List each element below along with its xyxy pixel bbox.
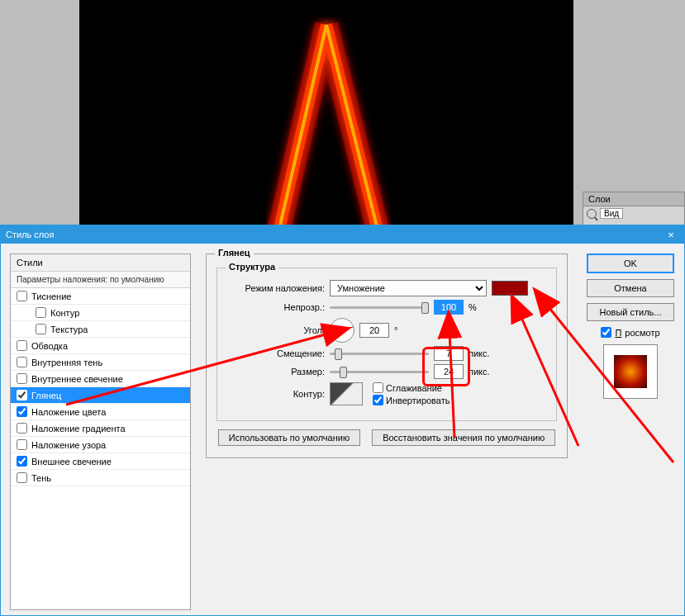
style-item-11[interactable]: Тень — [11, 470, 190, 486]
style-checkbox[interactable] — [17, 472, 27, 483]
structure-group: Структура Режим наложения: Умножение Неп… — [216, 268, 557, 421]
size-slider[interactable] — [330, 371, 429, 373]
style-checkbox[interactable] — [17, 456, 27, 467]
style-item-1[interactable]: Контур — [11, 305, 190, 321]
style-item-10[interactable]: Внешнее свечение — [11, 453, 190, 470]
distance-input[interactable] — [434, 346, 464, 361]
dialog-title: Стиль слоя — [6, 230, 54, 239]
style-label: Глянец — [31, 391, 61, 400]
structure-title: Структура — [226, 262, 278, 272]
document-canvas — [79, 0, 573, 231]
style-checkbox[interactable] — [17, 357, 27, 367]
close-icon[interactable]: × — [663, 229, 679, 241]
style-label: Тень — [31, 473, 51, 483]
size-input[interactable] — [434, 364, 464, 379]
distance-label: Смещение: — [227, 348, 325, 358]
invert-checkbox — [373, 395, 383, 405]
make-default-button[interactable]: Использовать по умолчанию — [218, 429, 360, 446]
style-label: Наложение градиента — [31, 424, 126, 434]
dialog-buttons-panel: OK Отмена Новый стиль... Просмотр — [587, 254, 674, 399]
blend-mode-select[interactable]: Умножение — [330, 280, 487, 296]
cancel-button[interactable]: Отмена — [587, 279, 674, 297]
preview-checkbox-row[interactable]: Просмотр — [587, 327, 674, 338]
style-checkbox[interactable] — [36, 307, 46, 318]
satin-group-title: Глянец — [215, 248, 254, 258]
style-item-2[interactable]: Текстура — [11, 321, 190, 338]
style-label: Внешнее свечение — [31, 457, 112, 467]
angle-label: Угол: — [227, 325, 325, 335]
invert-checkbox-row[interactable]: Инвертировать — [373, 395, 450, 405]
dialog-titlebar: Стиль слоя × — [1, 225, 684, 244]
styles-subheader[interactable]: Параметры наложения: по умолчанию — [11, 272, 190, 288]
preview-checkbox — [601, 327, 611, 338]
style-checkbox[interactable] — [17, 423, 27, 434]
opacity-input[interactable] — [434, 300, 464, 315]
style-item-6[interactable]: Глянец — [11, 387, 190, 404]
layers-kind-select[interactable]: Вид — [600, 208, 623, 219]
style-checkbox[interactable] — [17, 390, 27, 400]
style-item-3[interactable]: Обводка — [11, 338, 190, 354]
style-label: Тиснение — [31, 291, 71, 301]
style-item-5[interactable]: Внутреннее свечение — [11, 371, 190, 387]
style-label: Внутренняя тень — [31, 358, 102, 367]
reset-default-button[interactable]: Восстановить значения по умолчанию — [372, 429, 555, 446]
size-unit: пикс. — [469, 367, 490, 377]
settings-panel: Глянец Структура Режим наложения: Умноже… — [206, 254, 568, 610]
size-label: Размер: — [227, 367, 325, 377]
style-item-8[interactable]: Наложение градиента — [11, 420, 190, 437]
style-checkbox[interactable] — [17, 291, 27, 301]
style-checkbox[interactable] — [36, 324, 46, 334]
angle-unit: ° — [394, 325, 397, 335]
style-label: Контур — [50, 308, 79, 318]
style-item-7[interactable]: Наложение цвета — [11, 404, 190, 420]
angle-dial[interactable] — [330, 318, 354, 343]
satin-group: Глянец Структура Режим наложения: Умноже… — [206, 254, 568, 458]
style-label: Обводка — [31, 341, 68, 351]
style-item-0[interactable]: Тиснение — [11, 288, 190, 305]
style-checkbox[interactable] — [17, 373, 27, 384]
distance-slider[interactable] — [330, 353, 429, 355]
antialias-checkbox — [373, 382, 383, 393]
style-item-4[interactable]: Внутренняя тень — [11, 354, 190, 371]
search-icon — [587, 209, 597, 219]
style-label: Текстура — [50, 325, 88, 334]
style-label: Наложение цвета — [31, 407, 106, 417]
style-checkbox[interactable] — [17, 340, 27, 351]
contour-picker[interactable] — [330, 382, 363, 405]
angle-input[interactable] — [359, 323, 389, 338]
new-style-button[interactable]: Новый стиль... — [587, 303, 674, 321]
opacity-slider[interactable] — [330, 306, 429, 309]
style-checkbox[interactable] — [17, 406, 27, 417]
blend-mode-label: Режим наложения: — [227, 283, 325, 293]
style-item-9[interactable]: Наложение узора — [11, 437, 190, 453]
layers-panel-title: Слои — [583, 192, 684, 206]
ok-button[interactable]: OK — [587, 254, 674, 273]
style-checkbox[interactable] — [17, 439, 27, 450]
style-label: Наложение узора — [31, 440, 106, 450]
color-swatch[interactable] — [492, 281, 528, 296]
styles-header[interactable]: Стили — [11, 254, 190, 272]
artwork-a-glow — [219, 17, 434, 231]
antialias-checkbox-row[interactable]: Сглаживание — [373, 382, 450, 393]
style-label: Внутреннее свечение — [31, 374, 123, 384]
opacity-unit: % — [469, 302, 477, 312]
layer-style-dialog: Стиль слоя × Стили Параметры наложения: … — [0, 225, 685, 616]
preview-thumbnail — [603, 344, 658, 399]
distance-unit: пикс. — [469, 348, 490, 358]
styles-list-panel: Стили Параметры наложения: по умолчанию … — [10, 254, 191, 610]
opacity-label: Непрозр.: — [227, 302, 325, 312]
contour-label: Контур: — [227, 389, 325, 399]
